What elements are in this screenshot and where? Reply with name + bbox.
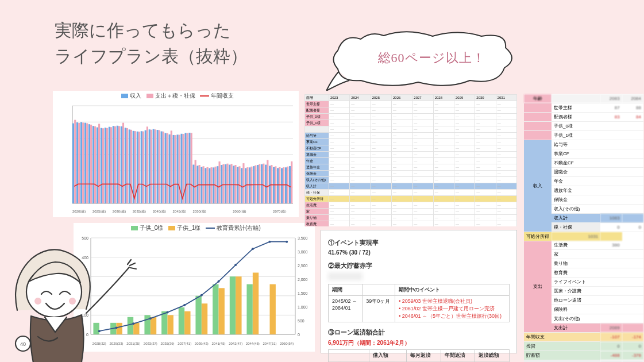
svg-rect-11 [76,122,78,203]
svg-rect-163 [161,311,167,334]
svg-rect-18 [90,125,92,203]
loan-total-title: ③ローン返済額合計 [328,328,510,337]
svg-rect-90 [234,165,236,203]
svg-rect-41 [137,132,138,203]
svg-rect-65 [184,133,186,203]
svg-rect-109 [273,167,275,203]
svg-rect-23 [101,128,102,203]
svg-rect-15 [84,123,86,203]
svg-point-193 [200,294,203,296]
svg-rect-60 [175,135,176,203]
svg-text:2030(歳): 2030(歳) [113,210,126,213]
svg-rect-72 [199,165,200,203]
svg-rect-103 [261,164,263,203]
svg-rect-16 [86,124,88,203]
svg-text:2041(45): 2041(45) [211,342,225,345]
svg-rect-170 [202,303,207,334]
svg-rect-94 [242,163,244,203]
svg-text:2,000: 2,000 [298,278,308,282]
svg-text:40: 40 [20,341,26,347]
svg-rect-30 [114,126,116,203]
svg-rect-58 [171,130,172,203]
svg-text:3,000: 3,000 [298,250,308,254]
event-summary-panel: ①イベント実現率 41.67% (30 / 72) ②最大貯蓄赤字 期間期間中の… [321,230,517,353]
svg-text:3,500: 3,500 [298,236,308,240]
svg-rect-115 [285,167,287,203]
bubble-text: 総60ページ以上！ [360,49,503,67]
blurred-amount [328,272,363,280]
svg-rect-75 [205,168,206,203]
svg-rect-112 [279,167,280,203]
svg-rect-13 [80,122,82,203]
svg-rect-14 [82,122,84,203]
svg-rect-48 [151,130,152,203]
svg-rect-111 [277,168,279,203]
svg-rect-36 [126,128,128,203]
svg-rect-77 [209,168,210,203]
svg-rect-51 [157,130,159,203]
svg-rect-44 [142,132,144,203]
svg-point-196 [252,248,254,250]
svg-rect-62 [179,135,180,203]
svg-rect-97 [249,167,250,203]
svg-rect-50 [155,129,156,203]
svg-text:2039(43): 2039(43) [195,342,209,345]
svg-rect-29 [113,126,114,203]
svg-rect-84 [222,164,224,203]
svg-rect-45 [145,130,146,203]
svg-rect-70 [195,160,196,203]
svg-rect-173 [219,288,225,334]
svg-rect-169 [195,296,201,334]
svg-rect-182 [270,284,276,334]
svg-rect-78 [211,167,213,203]
svg-rect-59 [173,135,175,203]
svg-rect-176 [236,276,241,334]
svg-text:1,500: 1,500 [298,291,308,295]
svg-rect-26 [106,128,108,203]
svg-rect-106 [267,160,268,203]
svg-rect-31 [117,126,118,203]
svg-rect-96 [246,167,248,203]
cashflow-mini-grid: 西暦202320242025202620272028202920302031世帯… [304,94,517,226]
svg-rect-117 [289,166,291,203]
svg-rect-81 [217,166,218,203]
svg-text:500: 500 [298,319,304,323]
svg-rect-43 [141,131,142,203]
svg-rect-9 [72,124,74,203]
svg-rect-52 [159,130,160,203]
svg-rect-24 [102,128,104,203]
chart-income-expense: 収入 支出＋税・社保 年間収支 2020(歳)2025(歳)2030(歳)203… [53,91,299,217]
svg-rect-166 [179,307,184,334]
svg-rect-53 [161,132,163,203]
svg-text:2,500: 2,500 [298,264,308,268]
svg-rect-102 [259,164,260,203]
svg-rect-118 [291,161,292,203]
svg-rect-22 [98,124,100,203]
svg-rect-55 [165,133,167,203]
svg-text:2050(54): 2050(54) [280,342,294,345]
svg-rect-79 [213,167,214,203]
svg-rect-82 [218,161,220,203]
svg-text:2035(39): 2035(39) [160,342,174,345]
svg-point-194 [218,280,220,283]
svg-rect-33 [121,126,122,203]
svg-rect-38 [130,130,132,203]
svg-rect-167 [184,311,190,334]
svg-text:2047(51): 2047(51) [263,342,276,345]
svg-rect-56 [167,133,168,203]
svg-text:2050(歳): 2050(歳) [192,210,206,213]
event-rate-title: ①イベント実現率 [328,238,510,247]
svg-rect-10 [74,120,76,203]
svg-text:2020(歳): 2020(歳) [72,210,86,213]
svg-text:1,000: 1,000 [298,305,308,309]
svg-rect-164 [168,315,173,334]
svg-text:2045(歳): 2045(歳) [173,210,186,213]
svg-rect-101 [257,165,259,203]
svg-text:2060(歳): 2060(歳) [233,210,246,213]
svg-rect-34 [122,123,124,203]
event-rate-value: 41.67% (30 / 72) [328,249,510,256]
woman-illustration: 40 [0,224,155,362]
svg-text:2042(47): 2042(47) [229,342,242,345]
svg-rect-88 [230,164,232,203]
svg-rect-21 [97,128,98,203]
